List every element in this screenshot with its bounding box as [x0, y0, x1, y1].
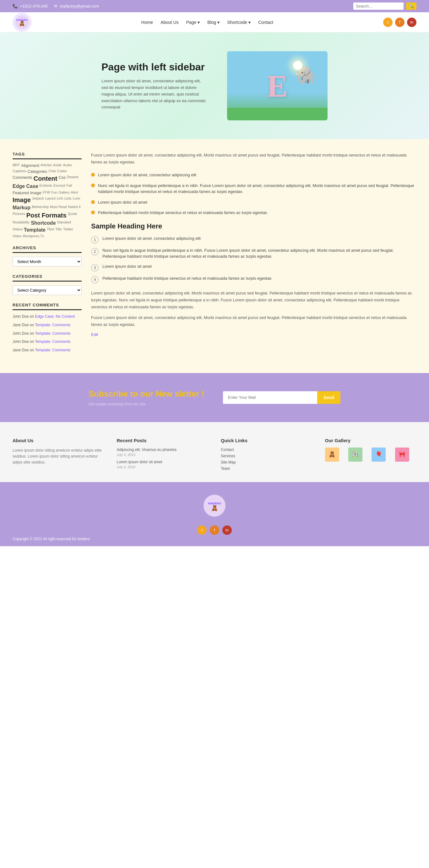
- tag-love[interactable]: Love: [73, 196, 80, 204]
- comment-link-5[interactable]: Template: Comments: [35, 348, 70, 352]
- social-instagram-button[interactable]: in: [407, 18, 417, 27]
- categories-dropdown[interactable]: Select Category: [12, 285, 81, 295]
- numbered-item-4: 4 Pellentesque habitant morbi tristique …: [91, 275, 417, 283]
- email-icon: [54, 4, 59, 8]
- archives-title: ARCHIVES: [12, 245, 81, 253]
- tag-nailed-it[interactable]: Nailed It: [68, 205, 81, 211]
- gallery-thumb-2[interactable]: 🎠: [348, 447, 362, 462]
- tag-featured-image[interactable]: Featured Image: [12, 190, 41, 195]
- tag-comments[interactable]: Comments: [12, 175, 32, 182]
- nav-about[interactable]: About Us: [161, 20, 179, 25]
- footer-link-sitemap[interactable]: Site Map: [221, 460, 312, 464]
- tag-articles[interactable]: Articles: [40, 163, 52, 168]
- tag-link[interactable]: Link: [57, 196, 63, 204]
- tag-codex[interactable]: Codex: [57, 169, 67, 174]
- tag-quote[interactable]: Quote: [68, 212, 77, 219]
- footer-link-services[interactable]: Services: [221, 454, 312, 458]
- tag-edge-case[interactable]: Edge Case: [12, 184, 38, 189]
- nav-home[interactable]: Home: [141, 20, 153, 25]
- footer-bottom: KINDERO 🧸 t f in Copyright © 2021 All ri…: [0, 482, 429, 546]
- tag-aside[interactable]: Aside: [53, 163, 62, 168]
- tag-chat[interactable]: Chat: [48, 169, 56, 174]
- tag-lists[interactable]: Lists: [64, 196, 72, 204]
- search-input[interactable]: [353, 2, 403, 10]
- tag-twitter[interactable]: Twitter: [63, 227, 73, 233]
- footer-quick-links-col: Quick Links Contact Services Site Map Te…: [221, 438, 312, 473]
- subscribe-email-input[interactable]: [223, 391, 317, 404]
- tag-layout[interactable]: Layout: [45, 196, 56, 204]
- tag-pictures[interactable]: Pictures: [12, 212, 25, 219]
- tag-statue[interactable]: Statue: [12, 227, 23, 233]
- tag-wordpresstv[interactable]: Wordpress.Tv: [23, 234, 44, 238]
- recent-comments-section: RECENT COMMENTS John Doe on Edge Case: N…: [12, 303, 81, 353]
- tag-fun[interactable]: Fun: [52, 190, 58, 195]
- footer-social-twitter-button[interactable]: t: [197, 525, 207, 535]
- number-circle-3: 3: [91, 264, 99, 272]
- tag-must-read[interactable]: Must Read: [50, 205, 67, 211]
- gallery-thumb-3[interactable]: 🎈: [371, 447, 386, 462]
- bullet-item-3: Lorem ipsum dolor sit amet: [91, 199, 417, 206]
- tag-gallery[interactable]: Gallery: [59, 190, 70, 195]
- edit-link[interactable]: Edit: [91, 332, 98, 337]
- tag-readability[interactable]: Readability: [12, 220, 30, 226]
- gallery-thumb-4[interactable]: 🎀: [395, 447, 409, 462]
- footer-quick-links-title: Quick Links: [221, 438, 312, 443]
- comment-link-1[interactable]: Edge Case: No Content: [35, 314, 75, 319]
- tag-video[interactable]: Video: [12, 234, 21, 238]
- bullet-dot-4: [91, 211, 95, 214]
- footer-social-facebook-button[interactable]: f: [210, 525, 219, 535]
- numbered-item-2: 2 Nunc vel ligula in augue tristique pel…: [91, 247, 417, 259]
- comment-link-2[interactable]: Template: Comments: [35, 323, 70, 327]
- tag-standard[interactable]: Standard: [57, 220, 71, 226]
- tag-tiled[interactable]: Tiled: [47, 227, 54, 233]
- nav-blog[interactable]: Blog ▾: [207, 20, 220, 25]
- tag-css[interactable]: Css: [58, 175, 65, 182]
- tag-image[interactable]: Image: [12, 196, 31, 204]
- tag-title[interactable]: Title: [55, 227, 62, 233]
- gallery-thumb-1[interactable]: 🧸: [325, 447, 339, 462]
- social-twitter-button[interactable]: t: [383, 18, 393, 27]
- tag-captions[interactable]: Captions: [12, 169, 26, 174]
- number-circle-4: 4: [91, 276, 99, 283]
- tag-excerpt[interactable]: Excerpt: [54, 184, 65, 189]
- tag-8bit[interactable]: 8BIT: [12, 163, 20, 168]
- article: Fusce Lorem ipsum dolor sit amet, consec…: [91, 152, 417, 361]
- tag-markup[interactable]: Markup: [12, 205, 30, 211]
- comment-link-3[interactable]: Template: Comments: [35, 331, 70, 336]
- tag-embeds[interactable]: Embeds: [40, 184, 52, 189]
- tag-audio[interactable]: Audio: [63, 163, 72, 168]
- tag-alignment[interactable]: Alignment: [21, 163, 39, 168]
- footer-logo-image: KINDERO 🧸: [203, 495, 226, 517]
- search-button[interactable]: 🔍: [406, 2, 417, 10]
- footer-social-instagram-button[interactable]: in: [222, 525, 232, 535]
- footer-link-contact[interactable]: Contact: [221, 447, 312, 452]
- tag-shortcode[interactable]: Shortcode: [31, 220, 56, 226]
- nav-contact[interactable]: Contact: [258, 20, 273, 25]
- tag-mothership[interactable]: Mothership: [32, 205, 49, 211]
- hero-section: Page with left sidebar Lorem ipsum dolor…: [0, 32, 429, 139]
- tag-post-formats[interactable]: Post Formats: [26, 212, 67, 219]
- svg-text:KINDERO: KINDERO: [208, 502, 221, 505]
- nav-shortcode[interactable]: Shortcode ▾: [227, 20, 251, 25]
- subscribe-send-button[interactable]: Send: [317, 391, 340, 404]
- numbered-text-1: Lorem ipsum dolor sit amet, consectetur …: [102, 236, 201, 242]
- social-facebook-button[interactable]: f: [395, 18, 404, 27]
- tag-content[interactable]: Content: [34, 175, 58, 182]
- archives-dropdown[interactable]: Select Month: [12, 257, 81, 267]
- footer-post-title-2[interactable]: Lorem ipsum dolor sit amet: [117, 460, 208, 464]
- tag-ffw[interactable]: FFW: [43, 190, 50, 195]
- phone-number: +1012-478-245: [20, 4, 48, 8]
- tag-html[interactable]: Html: [71, 190, 78, 195]
- tag-dewerk[interactable]: Dewerk: [67, 175, 78, 182]
- comment-link-4[interactable]: Template: Comments: [35, 339, 70, 344]
- footer-post-title-1[interactable]: Adipiscing elit. Vivamus eu pharetra: [117, 447, 208, 452]
- tags-cloud: 8BIT Alignment Articles Aside Audio Capt…: [12, 163, 81, 238]
- tag-template[interactable]: Template: [24, 227, 45, 233]
- tag-fail[interactable]: Fail: [66, 184, 72, 189]
- tag-categories[interactable]: Categories: [27, 169, 47, 174]
- footer-link-team[interactable]: Team: [221, 466, 312, 471]
- tag-jetpack[interactable]: Jetpack: [32, 196, 44, 204]
- nav-bar: KINDERO 🧸 Home About Us Page ▾ Blog ▾ Sh…: [0, 12, 429, 32]
- nav-page[interactable]: Page ▾: [186, 20, 200, 25]
- gallery-grid: 🧸 🎠 🎈 🎀: [325, 447, 417, 462]
